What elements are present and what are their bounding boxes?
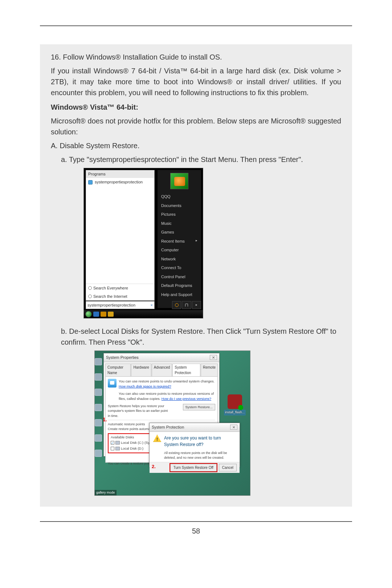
gallery-mode-label: gallery mode <box>95 490 117 496</box>
step-a-sub-a: a. Type "systempropertiesprotection" in … <box>61 154 341 165</box>
tab-advanced[interactable]: Advanced <box>152 364 172 376</box>
sidebar-icon[interactable] <box>95 373 102 381</box>
menu-computer[interactable]: Computer <box>158 246 201 255</box>
sidebar-icon[interactable] <box>95 419 102 426</box>
sidebar-icon[interactable] <box>95 389 102 396</box>
sidebar-icon[interactable] <box>95 434 102 442</box>
shortcut-label: install_flash... <box>224 410 246 415</box>
taskbar-icon[interactable] <box>93 312 99 317</box>
search-everywhere-link[interactable]: Search Everywhere <box>86 284 154 292</box>
page-number: 58 <box>40 527 352 535</box>
close-button[interactable]: ✕ <box>230 425 237 430</box>
programs-header: Programs <box>86 170 154 178</box>
disk-checkbox-unchecked[interactable] <box>111 447 114 450</box>
sidebar-icon[interactable] <box>95 404 102 411</box>
confirm-sub-text: All existing restore points on the disk … <box>150 451 240 462</box>
warning-icon <box>153 435 161 442</box>
menu-network[interactable]: Network <box>158 255 201 264</box>
power-button[interactable] <box>172 301 181 309</box>
taskbar-icon[interactable] <box>101 312 106 317</box>
search-internet-label: Search the Internet <box>93 293 127 300</box>
step-16-text: 16. Follow Windows® Installation Guide t… <box>51 52 341 62</box>
menu-pictures[interactable]: Pictures <box>158 210 201 219</box>
sidebar-icon[interactable] <box>95 450 102 457</box>
confirm-titlebar: System Protection ✕ <box>150 423 240 432</box>
step-a-sub-b: b. De-select Local Disks for System Rest… <box>61 326 341 348</box>
shortcut-icon <box>228 394 242 409</box>
user-avatar <box>170 173 188 189</box>
disk-name: Local Disk (D:) <box>121 446 143 451</box>
menu-documents[interactable]: Documents <box>158 201 201 210</box>
lock-button[interactable] <box>182 301 191 309</box>
start-orb-icon[interactable] <box>85 311 92 317</box>
sidebar-icons <box>95 358 103 457</box>
step-a-text: A. Disable System Restore. <box>51 140 341 151</box>
power-menu-button[interactable]: ▸ <box>192 301 201 309</box>
power-icon <box>175 303 179 307</box>
start-menu-screenshot: Programs systempropertiesprotection Sear… <box>83 168 203 319</box>
drive-icon <box>115 441 120 445</box>
chevron-right-icon: ▸ <box>196 303 197 308</box>
start-menu-search-input[interactable]: systempropertiesprotection × <box>86 301 155 309</box>
sidebar-icon[interactable] <box>95 358 102 365</box>
tab-hardware[interactable]: Hardware <box>131 364 151 376</box>
user-name-label: QQQ <box>158 192 201 201</box>
taskbar-icon[interactable] <box>108 312 114 317</box>
system-properties-screenshot: install_flash... System Properties ✕ Com… <box>94 350 250 496</box>
disk-checkbox-checked[interactable] <box>111 441 114 445</box>
system-restore-button[interactable]: System Restore... <box>183 404 216 410</box>
menu-default-programs[interactable]: Default Programs <box>158 281 201 290</box>
lock-icon <box>185 304 188 307</box>
tab-system-protection[interactable]: System Protection <box>172 364 200 376</box>
cancel-button[interactable]: Cancel <box>219 464 237 471</box>
info-text: You can use restore points to undo unwan… <box>119 379 215 402</box>
tab-bar: Computer Name Hardware Advanced System P… <box>104 362 219 376</box>
top-rule <box>40 25 352 26</box>
turn-restore-off-button[interactable]: Turn System Restore Off <box>170 464 217 471</box>
callout-2: 2. <box>152 463 156 470</box>
program-item-label: systempropertiesprotection <box>95 180 143 184</box>
confirm-title: System Protection <box>152 424 184 430</box>
vista-para: Microsoft® does not provide hotfix for t… <box>51 115 341 137</box>
start-menu-left-pane: Programs systempropertiesprotection Sear… <box>86 170 155 301</box>
callout-1: 1. <box>103 416 107 423</box>
close-button[interactable]: ✕ <box>210 355 217 360</box>
search-internet-link[interactable]: Search the Internet <box>86 292 154 301</box>
search-input-value: systempropertiesprotection <box>87 302 135 308</box>
menu-music[interactable]: Music <box>158 219 201 228</box>
search-icon <box>88 295 92 298</box>
menu-control-panel[interactable]: Control Panel <box>158 272 201 281</box>
menu-help-support[interactable]: Help and Support <box>158 290 201 299</box>
note-paragraph: If you install Windows® 7 64-bit / Vista… <box>51 65 341 98</box>
desktop-shortcut[interactable]: install_flash... <box>224 394 246 415</box>
window-title: System Properties <box>106 354 139 361</box>
vista-title: Windows® Vista™ 64-bit: <box>51 102 341 113</box>
content-box: 16. Follow Windows® Installation Guide t… <box>40 44 352 507</box>
prev-versions-link[interactable]: How do I use previous versions? <box>162 397 211 401</box>
start-menu-right-pane: QQQ Documents Pictures Music Games Recen… <box>158 170 201 308</box>
confirm-dialog: System Protection ✕ Are you sure you wan… <box>149 423 240 467</box>
program-item[interactable]: systempropertiesprotection <box>86 178 154 186</box>
menu-connect-to[interactable]: Connect To <box>158 263 201 272</box>
window-titlebar: System Properties ✕ <box>104 353 219 362</box>
bottom-rule <box>40 521 352 522</box>
tab-remote[interactable]: Remote <box>201 364 218 376</box>
disk-space-link[interactable]: How much disk space is required? <box>119 384 171 388</box>
clear-search-icon[interactable]: × <box>151 302 153 308</box>
search-icon <box>88 286 92 290</box>
restore-msg: System Restore helps you restore your co… <box>108 404 170 419</box>
taskbar <box>84 310 203 318</box>
confirm-main-text: Are you sure you want to turn System Res… <box>164 435 236 448</box>
program-icon <box>88 180 93 184</box>
restore-icon <box>108 379 117 388</box>
drive-icon <box>115 447 120 450</box>
menu-games[interactable]: Games <box>158 228 201 237</box>
menu-recent-items[interactable]: Recent Items <box>158 237 201 246</box>
search-everywhere-label: Search Everywhere <box>93 285 128 291</box>
col-header-disks: Available Disks <box>111 435 134 440</box>
tab-computer-name[interactable]: Computer Name <box>105 364 131 376</box>
